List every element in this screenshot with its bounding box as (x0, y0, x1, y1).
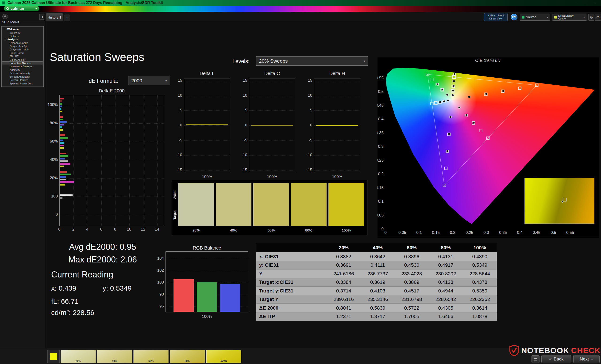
history-thumbnail-100[interactable]: 100% (206, 350, 241, 363)
sidebar-item-colorchecker[interactable]: ColorChecker (2, 58, 43, 61)
sidebar-item-dynamic-range[interactable]: Dynamic Range (2, 41, 43, 45)
cie-y-tick: 0.2 (378, 172, 384, 176)
cie-y-tick: 0.1 (378, 199, 384, 204)
cie-x-tick: 0.45 (533, 230, 541, 235)
rgb-x-label: 100% (166, 314, 248, 319)
sidebar-collapse-button[interactable]: ◀ (40, 14, 44, 20)
delta-y-tick: -10 (235, 153, 247, 157)
deltae-bar (60, 129, 63, 131)
maximize-button[interactable]: □ (581, 0, 590, 6)
thumbnail-label: 40% (97, 360, 132, 362)
deltae-bar (60, 118, 63, 121)
minimize-button[interactable]: – (571, 0, 581, 6)
sidebar-item-options[interactable]: Options (2, 35, 43, 38)
current-patch-color (50, 353, 57, 360)
workflow-gear-icon[interactable]: ⚙ (595, 14, 601, 21)
sidebar-menu-button[interactable] (2, 14, 8, 19)
color-swatch-100 (329, 183, 364, 226)
deltae-bar (60, 173, 71, 175)
table-cell: 241.6186 (327, 269, 361, 278)
delta-x-label: 100% (184, 174, 230, 179)
chevron-down-icon: ▾ (35, 7, 37, 10)
table-row-y: Y241.6186236.7737233.4028230.8202228.564… (256, 269, 497, 278)
color-swatch-20 (178, 183, 214, 226)
sidebar-item-screen-stability[interactable]: Screen Stability (2, 78, 43, 82)
cie-chart-panel: CIE 1976 u'v' 000.050.050.10.10.150.150.… (378, 57, 599, 238)
tab-history-1[interactable]: History 1 (46, 13, 63, 21)
table-cell: 0.4517 (395, 287, 429, 295)
levels-select[interactable]: 20% Sweeps ▾ (256, 56, 368, 66)
delta-plot-delta-h (314, 78, 360, 172)
sidebar-item-3d-lut[interactable]: 3D LUT (2, 55, 43, 58)
history-thumbnail-20[interactable]: 20% (60, 350, 96, 363)
history-thumbnail-40[interactable]: 40% (97, 350, 132, 363)
sidebar-item-screen-angularity[interactable]: Screen Angularity (2, 75, 43, 78)
table-cell: 0.4917 (429, 261, 463, 269)
sidebar-section-analysis[interactable]: Analysis (2, 38, 43, 41)
display-control-dropdown[interactable]: Direct Display Control ▾ (552, 14, 587, 21)
table-cell: 0.4103 (361, 287, 395, 295)
color-swatch-60 (253, 183, 289, 226)
deltae-x-tick-14: 14 (155, 227, 159, 232)
history-thumbnail-80[interactable]: 80% (170, 350, 205, 363)
settings-gear-icon[interactable]: ⚙ (588, 14, 594, 21)
display-control-icon (554, 16, 557, 19)
sidebar-item-luminance-sweeps[interactable]: Luminance Sweeps (2, 65, 43, 68)
source-dropdown[interactable]: Source ▾ (520, 14, 550, 21)
sidebar-item-grayscale-2pt[interactable]: Grayscale - 2pt (2, 45, 43, 48)
deltae-x-tick-0: 0 (58, 227, 60, 232)
deltae-bar (60, 160, 68, 162)
rgb-bar-red (173, 279, 194, 312)
sidebar-item-welcome[interactable]: Welcome (2, 31, 43, 34)
table-row-y-cie31: y: CIE310.36910.41110.45300.49170.5349 (256, 261, 497, 269)
chevron-down-icon: ▾ (165, 79, 167, 83)
cie-x-tick: 0.05 (398, 230, 406, 235)
rgb-y-tick-96: 96 (160, 304, 164, 309)
calman-logo-button[interactable]: calman ▾ (4, 6, 40, 11)
deltae-bar (60, 121, 67, 123)
cie-y-tick: 0.3 (378, 144, 384, 149)
next-button[interactable]: Next » (573, 355, 600, 363)
sidebar-item-spectral-power-dist[interactable]: Spectral Power Dist. (2, 82, 43, 85)
delta-chart-title-delta-l: Delta L (184, 71, 230, 76)
sidebar-item-saturation-sweeps[interactable]: Saturation Sweeps (2, 61, 43, 65)
swatch-panel: Actual Target 20%40%60%80%100% (172, 180, 367, 235)
meter-status-badge[interactable]: 228 (511, 14, 517, 20)
deltae-bar (60, 139, 63, 141)
back-button[interactable]: « Back (541, 355, 571, 363)
table-cell: 0.3619 (361, 278, 395, 287)
table-cell: 235.3146 (361, 295, 395, 304)
chevron-down-icon: ▾ (547, 16, 548, 19)
deltae-y-tick-0: 0 (56, 212, 58, 217)
table-cell: 1.0878 (463, 312, 497, 321)
table-cell: 1.2371 (327, 312, 361, 321)
history-thumbnail-60[interactable]: 60% (133, 350, 169, 363)
current-patch-thumbnail[interactable] (47, 350, 60, 363)
layout-window-button[interactable] (531, 355, 540, 363)
results-table: 20%40%60%80%100%x: CIE310.33820.36420.38… (256, 243, 497, 321)
delta-y-tick: -10 (170, 153, 182, 157)
table-col-header-20: 20% (327, 243, 361, 252)
rgb-balance-title: RGB Balance (166, 245, 248, 251)
deltae-bar (60, 100, 62, 102)
sidebar-item-grayscale-multi[interactable]: Grayscale - Multi (2, 48, 43, 51)
de-formula-select[interactable]: 2000 ▾ (128, 76, 170, 85)
table-cell: 233.4028 (395, 269, 429, 278)
close-button[interactable]: ✕ (590, 0, 600, 6)
sidebar-item-additivity[interactable]: Additivity (2, 68, 43, 72)
sidebar-item-color-gamut[interactable]: Color Gamut (2, 51, 43, 55)
deltae-bar (60, 103, 62, 105)
table-cell: 0.5722 (395, 304, 429, 312)
add-tab-button[interactable]: + (64, 15, 70, 21)
sidebar-section-welcome[interactable]: Welcome (2, 28, 43, 31)
deltae-x-tick-8: 8 (114, 227, 116, 232)
meter-button[interactable]: X-Rite i1Pro 2 Direct View (484, 13, 508, 21)
delta-y-tick: 5 (300, 108, 312, 113)
sidebar-item-screen-uniformity[interactable]: Screen Uniformity (2, 72, 43, 75)
deltae-y-tick-20: 20% (50, 176, 58, 180)
deltae-bar (60, 181, 74, 183)
delta-y-tick: -5 (170, 138, 182, 143)
delta-y-tick: 15 (170, 78, 182, 83)
delta-x-label: 100% (314, 174, 360, 179)
table-row-label: Target Y (256, 295, 327, 304)
